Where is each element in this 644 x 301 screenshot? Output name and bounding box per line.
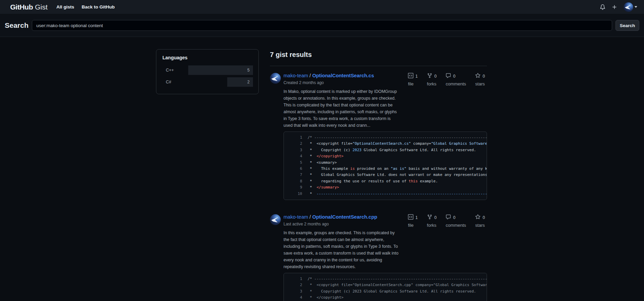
nav-right-controls <box>600 2 637 12</box>
language-count-bar: 5 <box>188 65 253 75</box>
gist-owner-avatar[interactable] <box>270 73 281 84</box>
dropdown-caret-icon <box>635 6 637 8</box>
language-row[interactable]: C#2 <box>162 77 253 87</box>
fork-icon <box>427 73 432 80</box>
gist-stat-forks: 0forks <box>427 73 437 86</box>
language-bar-zone: 5 <box>189 65 253 75</box>
gist-stat-comments: 0comments <box>446 214 466 228</box>
gist-stat-stars: 0stars <box>475 73 485 86</box>
logo-gist-text: Gist <box>35 3 47 11</box>
language-count: 2 <box>247 80 253 84</box>
gist-stat-file: 1file <box>408 73 418 86</box>
gist-description: In Mako, optional content is marked up e… <box>284 88 433 129</box>
main-content: Languages C++5C#2 7 gist results mako-te… <box>0 37 644 301</box>
language-bar-zone: 2 <box>189 77 253 87</box>
gist-owner-link[interactable]: mako-team <box>284 214 308 220</box>
code-line: 1/* ------------------------------------… <box>284 276 487 282</box>
gist-file-link[interactable]: OptionalContentSearch.cpp <box>312 214 377 220</box>
gist-code-snippet[interactable]: 1/* ------------------------------------… <box>284 273 487 301</box>
star-icon <box>475 214 481 221</box>
stat-value: 0 <box>453 215 455 220</box>
code-line: 6 * This example is provided on an "as i… <box>284 166 487 172</box>
stat-label: forks <box>427 81 437 86</box>
stat-label: stars <box>475 81 485 86</box>
search-button[interactable]: Search <box>616 20 639 31</box>
gist-stat-forks: 0forks <box>427 214 437 228</box>
gist-stats: 1file0forks0comments0stars <box>408 214 485 228</box>
line-number: 1 <box>284 135 308 141</box>
stat-value: 1 <box>415 74 418 79</box>
gist-description: In this example, groups are checked. Thi… <box>284 229 433 270</box>
stat-value: 0 <box>453 74 455 79</box>
gist-file-link[interactable]: OptionalContentSearch.cs <box>312 73 374 78</box>
gist-owner-link[interactable]: mako-team <box>284 73 308 78</box>
line-number: 1 <box>284 276 308 282</box>
search-section: Search Search <box>0 14 644 37</box>
results-divider <box>270 66 487 66</box>
code-line: 8 * regarding the use or results of use … <box>284 178 487 184</box>
code-line: 10 * -----------------------------------… <box>284 191 487 197</box>
line-number: 10 <box>284 191 308 197</box>
search-section-title: Search <box>5 21 32 29</box>
nav-links: All gists Back to GitHub <box>56 4 115 9</box>
gist-card: mako-team / OptionalContentSearch.cpp La… <box>270 214 487 301</box>
stat-value: 0 <box>483 74 485 79</box>
code-line: 9 * </summary> <box>284 184 487 190</box>
language-count-bar: 2 <box>227 77 253 87</box>
gist-title-separator: / <box>308 214 312 220</box>
languages-panel: Languages C++5C#2 <box>156 49 259 94</box>
code-line: 2 * <copyright file="OptionalContentSear… <box>284 282 487 288</box>
results-list: mako-team / OptionalContentSearch.cs Cre… <box>270 72 487 301</box>
line-number: 3 <box>284 147 308 153</box>
stat-label: file <box>408 223 418 228</box>
gist-stats: 1file0forks0comments0stars <box>408 73 485 86</box>
search-input[interactable] <box>32 20 612 31</box>
stat-value: 1 <box>415 215 418 220</box>
fork-icon <box>427 214 432 221</box>
line-number: 3 <box>284 288 308 295</box>
user-avatar[interactable] <box>624 2 633 12</box>
code-line: 7 * Global Graphics Software Ltd. does n… <box>284 172 487 178</box>
stat-label: stars <box>475 223 485 228</box>
github-gist-logo[interactable]: GitHubGist <box>10 3 47 11</box>
code-line: 4 * </copyright> <box>284 153 487 159</box>
language-count: 5 <box>247 68 253 73</box>
plus-icon[interactable] <box>612 4 617 10</box>
nav-link-back-to-github[interactable]: Back to GitHub <box>82 4 115 9</box>
line-number: 4 <box>284 295 308 301</box>
gist-owner-avatar[interactable] <box>270 214 281 225</box>
results-heading: 7 gist results <box>270 51 487 59</box>
code-line: 2 * <copyright file="OptionalContentSear… <box>284 141 487 147</box>
code-line: 4 * </copyright> <box>284 295 487 301</box>
line-number: 5 <box>284 160 308 166</box>
code-line: 1/* ------------------------------------… <box>284 135 487 141</box>
code-line: 3 * Copyright (c) 2023 Global Graphics S… <box>284 147 487 153</box>
stat-value: 0 <box>434 74 437 79</box>
code-icon <box>408 73 413 80</box>
stat-label: file <box>408 81 418 86</box>
bell-icon[interactable] <box>600 4 605 10</box>
line-number: 8 <box>284 178 308 184</box>
stat-value: 0 <box>434 215 437 220</box>
line-number: 2 <box>284 141 308 147</box>
nav-link-all-gists[interactable]: All gists <box>56 4 74 9</box>
line-number: 6 <box>284 166 308 172</box>
languages-panel-title: Languages <box>162 55 253 60</box>
stat-label: forks <box>427 223 437 228</box>
logo-github-text: GitHub <box>10 3 33 11</box>
code-line: 5 * <summary> <box>284 160 487 166</box>
line-number: 7 <box>284 172 308 178</box>
top-navigation: GitHubGist All gists Back to GitHub <box>0 0 644 14</box>
gist-code-snippet[interactable]: 1/* ------------------------------------… <box>284 132 487 200</box>
language-row[interactable]: C++5 <box>162 65 253 75</box>
stat-label: comments <box>446 81 466 86</box>
user-menu[interactable] <box>624 2 637 12</box>
gist-card: mako-team / OptionalContentSearch.cs Cre… <box>270 72 487 200</box>
stat-value: 0 <box>483 215 485 220</box>
code-icon <box>408 214 413 221</box>
stat-label: comments <box>446 223 466 228</box>
star-icon <box>475 73 481 80</box>
gist-stat-stars: 0stars <box>475 214 485 228</box>
language-list: C++5C#2 <box>162 65 253 87</box>
code-line: 3 * Copyright (c) 2023 Global Graphics S… <box>284 288 487 295</box>
